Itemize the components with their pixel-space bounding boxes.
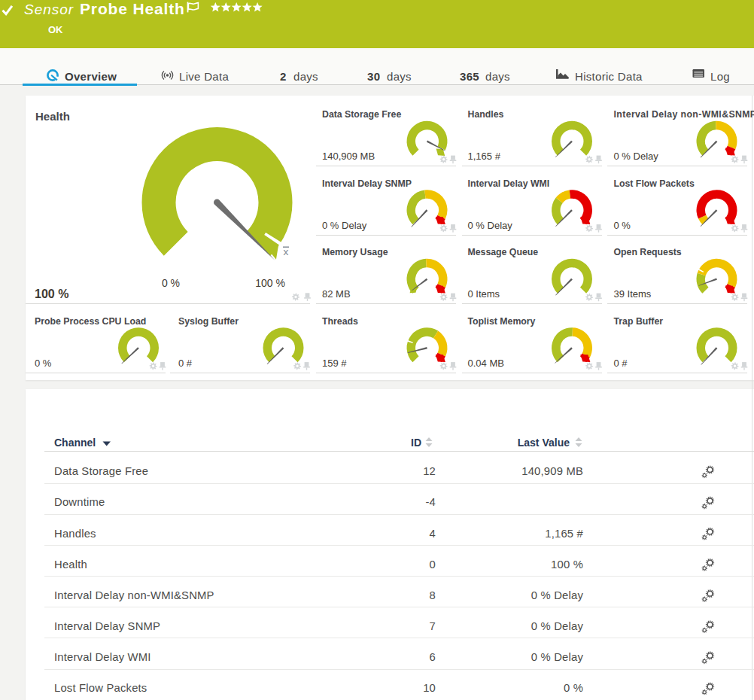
svg-text:x: x bbox=[284, 246, 289, 257]
